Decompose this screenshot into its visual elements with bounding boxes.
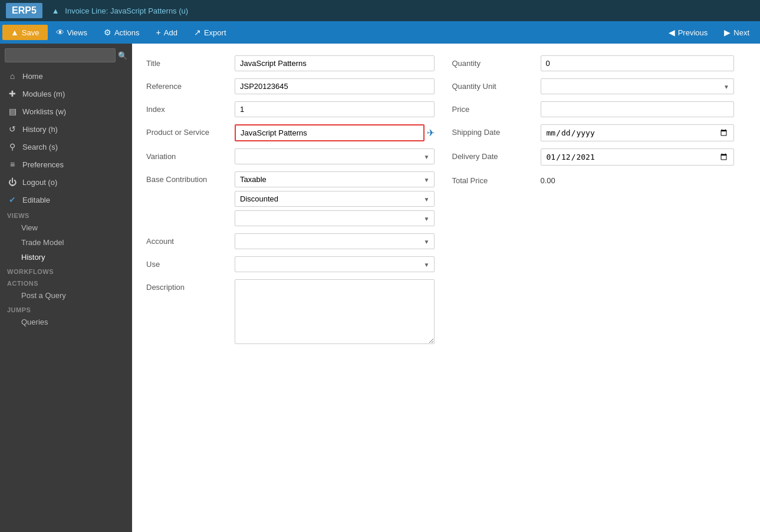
sidebar-subitem-queries[interactable]: Queries xyxy=(0,315,132,329)
page-title: ▲ Invoice Line: JavaScript Patterns (u) xyxy=(52,6,188,15)
next-button[interactable]: ▶ Next xyxy=(716,25,758,40)
description-label: Description xyxy=(146,279,235,292)
title-label: Title xyxy=(146,55,235,68)
main-layout: 🔍 ⌂ Home ✚ Modules (m) ▤ Worklists (w) ↺… xyxy=(0,44,760,532)
sidebar-subitem-view[interactable]: View xyxy=(0,220,132,235)
sidebar-section-views: VIEWS xyxy=(0,209,132,220)
sidebar-item-logout-label: Logout (o) xyxy=(22,178,57,187)
sidebar-item-modules-label: Modules (m) xyxy=(22,90,65,98)
sidebar-item-logout[interactable]: ⏻ Logout (o) xyxy=(0,173,132,191)
account-select-wrapper xyxy=(235,233,435,249)
price-label: Price xyxy=(452,101,541,114)
quantity-unit-row: Quantity Unit xyxy=(452,78,735,94)
shipping-date-label: Shipping Date xyxy=(452,124,541,137)
sidebar-item-modules[interactable]: ✚ Modules (m) xyxy=(0,85,132,103)
actions-label: Actions xyxy=(114,28,140,37)
sidebar-item-preferences[interactable]: ≡ Preferences xyxy=(0,156,132,173)
base-contribution-select1-wrapper: Taxable xyxy=(235,171,435,187)
search-input[interactable] xyxy=(5,48,116,62)
index-label: Index xyxy=(146,101,235,114)
variation-label: Variation xyxy=(146,148,235,161)
variation-select-wrapper xyxy=(235,148,435,164)
sidebar-item-history[interactable]: ↺ History (h) xyxy=(0,120,132,138)
base-contribution-select3[interactable] xyxy=(235,210,435,226)
search-icon[interactable]: 🔍 xyxy=(118,51,127,60)
shipping-date-input[interactable] xyxy=(541,124,735,141)
index-input[interactable] xyxy=(235,101,435,117)
total-price-row: Total Price 0.00 xyxy=(452,173,735,185)
title-control xyxy=(235,55,435,71)
export-icon: ↗ xyxy=(194,28,201,37)
base-contribution-select1[interactable]: Taxable xyxy=(235,171,435,187)
base-contribution-control: Taxable Discounted xyxy=(235,171,435,226)
sidebar-subitem-history-view[interactable]: History xyxy=(0,250,132,265)
sidebar-item-search-label: Search (s) xyxy=(22,143,58,151)
total-price-label: Total Price xyxy=(452,173,541,185)
use-select[interactable] xyxy=(235,256,435,272)
toolbar: ▲ Save 👁 Views ⚙ Actions + Add ↗ Export … xyxy=(0,21,760,44)
product-service-label: Product or Service xyxy=(146,124,235,137)
page-title-text: Invoice Line: JavaScript Patterns (u) xyxy=(65,6,188,15)
previous-icon: ◀ xyxy=(669,28,675,37)
next-icon: ▶ xyxy=(724,28,731,37)
quantity-unit-select[interactable] xyxy=(541,78,735,94)
sidebar-subitem-trade-model[interactable]: Trade Model xyxy=(0,235,132,250)
reference-control xyxy=(235,78,435,94)
sidebar-item-editable[interactable]: ✔ Editable xyxy=(0,191,132,209)
sidebar-item-preferences-label: Preferences xyxy=(22,160,64,169)
account-row: Account xyxy=(146,233,435,249)
account-select[interactable] xyxy=(235,233,435,249)
quantity-label: Quantity xyxy=(452,55,541,68)
delivery-date-input[interactable] xyxy=(541,148,735,166)
shipping-date-row: Shipping Date xyxy=(452,124,735,141)
base-contribution-label: Base Contribution xyxy=(146,171,235,184)
top-bar: ERP5 ▲ Invoice Line: JavaScript Patterns… xyxy=(0,0,760,21)
product-service-row: Product or Service ✈ xyxy=(146,124,435,141)
content-area: Title Reference Index xyxy=(132,44,760,532)
actions-button[interactable]: ⚙ Actions xyxy=(96,25,148,40)
sidebar-item-search[interactable]: ⚲ Search (s) xyxy=(0,138,132,156)
variation-control xyxy=(235,148,435,164)
account-control xyxy=(235,233,435,249)
total-price-control: 0.00 xyxy=(541,173,735,185)
sidebar-item-home[interactable]: ⌂ Home xyxy=(0,67,132,85)
reference-row: Reference xyxy=(146,78,435,94)
use-select-wrapper xyxy=(235,256,435,272)
quantity-input[interactable] xyxy=(541,55,735,71)
variation-row: Variation xyxy=(146,148,435,164)
views-label: Views xyxy=(67,28,87,37)
sidebar-subitem-post-a-query[interactable]: Post a Query xyxy=(0,288,132,303)
reference-input[interactable] xyxy=(235,78,435,94)
use-label: Use xyxy=(146,256,235,269)
sidebar-search-area: 🔍 xyxy=(0,44,132,67)
export-button[interactable]: ↗ Export xyxy=(186,25,235,40)
sidebar-item-worklists[interactable]: ▤ Worklists (w) xyxy=(0,103,132,120)
product-service-row-inner: ✈ xyxy=(235,124,435,141)
price-input[interactable] xyxy=(541,101,735,117)
product-service-jump-icon[interactable]: ✈ xyxy=(427,127,435,138)
next-label: Next xyxy=(733,28,749,37)
views-button[interactable]: 👁 Views xyxy=(48,25,96,40)
home-icon: ⌂ xyxy=(7,71,18,81)
form-right: Quantity Quantity Unit xyxy=(446,55,746,353)
sidebar-item-home-label: Home xyxy=(22,72,43,81)
logout-icon: ⏻ xyxy=(7,177,18,187)
account-label: Account xyxy=(146,233,235,246)
price-control xyxy=(541,101,735,117)
use-row: Use xyxy=(146,256,435,272)
base-contribution-select2[interactable]: Discounted xyxy=(235,191,435,207)
form-grid: Title Reference Index xyxy=(146,55,746,353)
index-row: Index xyxy=(146,101,435,117)
base-contribution-selects: Taxable Discounted xyxy=(235,171,435,226)
product-service-input[interactable] xyxy=(235,124,425,141)
add-button[interactable]: + Add xyxy=(148,25,186,40)
description-textarea[interactable] xyxy=(235,279,435,344)
previous-button[interactable]: ◀ Previous xyxy=(660,25,716,40)
delivery-date-row: Delivery Date xyxy=(452,148,735,166)
quantity-row: Quantity xyxy=(452,55,735,71)
save-button[interactable]: ▲ Save xyxy=(2,25,48,40)
form-right-inner: Quantity Quantity Unit xyxy=(446,55,735,185)
add-icon: + xyxy=(156,28,161,37)
title-input[interactable] xyxy=(235,55,435,71)
variation-select[interactable] xyxy=(235,148,435,164)
